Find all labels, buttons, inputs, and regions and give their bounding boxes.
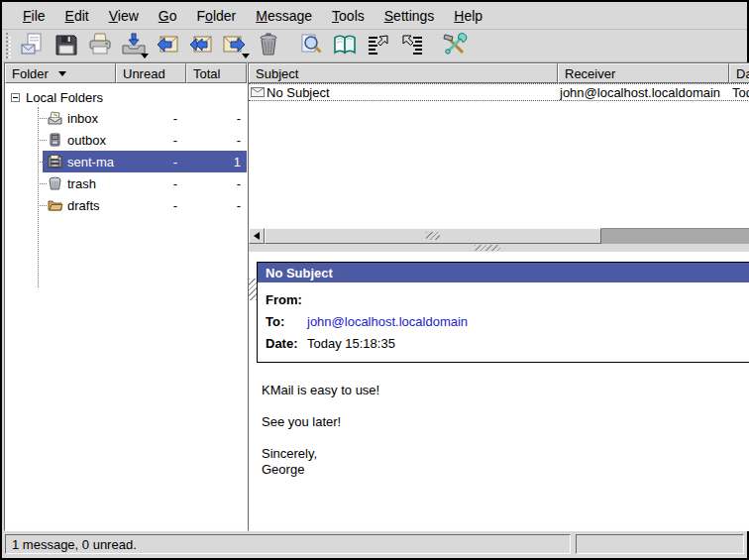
folder-row-inbox[interactable]: inbox - - xyxy=(5,107,247,129)
horizontal-splitter-grip[interactable] xyxy=(475,245,500,251)
list-arrow-up-icon xyxy=(366,32,391,60)
scroll-left-button[interactable] xyxy=(249,228,265,244)
trash-total-count: - xyxy=(183,176,241,191)
menu-tools[interactable]: Tools xyxy=(323,5,374,27)
folder-panel: Folder Unread Total Local Folders xyxy=(4,62,248,531)
sent-unread-count: - xyxy=(116,155,177,169)
inbox-icon xyxy=(47,110,63,126)
message-header-box: No Subject From: To: john@localhost.loca… xyxy=(257,262,749,363)
menu-settings[interactable]: Settings xyxy=(375,5,444,27)
scrollbar-thumb[interactable] xyxy=(265,228,601,244)
kmail-window: File Edit View Go Folder Message Tools S… xyxy=(0,0,749,560)
sent-total-count: 1 xyxy=(183,155,241,169)
message-panel: Subject Receiver Date No Subject john@lo… xyxy=(248,62,749,531)
check-mail-button[interactable] xyxy=(117,31,150,60)
trash-unread-count: - xyxy=(116,176,177,191)
list-arrow-down-icon xyxy=(399,32,425,60)
toolbar-drag-handle[interactable] xyxy=(6,33,11,58)
trash-folder-icon xyxy=(47,175,63,191)
date-label: Date: xyxy=(266,336,307,351)
menu-folder[interactable]: Folder xyxy=(188,5,246,27)
print-button[interactable] xyxy=(83,31,116,60)
drafts-unread-count: - xyxy=(116,198,177,213)
find-messages-button[interactable] xyxy=(294,31,327,60)
new-message-button[interactable] xyxy=(16,31,49,60)
menu-message[interactable]: Message xyxy=(247,5,321,27)
main-toolbar xyxy=(2,30,747,62)
delete-button[interactable] xyxy=(252,31,284,60)
collapse-expander-icon[interactable] xyxy=(11,93,20,102)
address-book-button[interactable] xyxy=(328,31,361,60)
to-address-link[interactable]: john@localhost.localdomain xyxy=(307,314,468,329)
reply-icon xyxy=(155,32,180,60)
date-row: Date: Today 15:18:35 xyxy=(266,332,749,354)
folder-column-header[interactable]: Folder xyxy=(5,63,116,83)
folder-tree: Local Folders inbox - - xyxy=(5,83,247,530)
status-secondary xyxy=(576,534,744,554)
to-row: To: john@localhost.localdomain xyxy=(266,310,749,332)
outbox-total-count: - xyxy=(183,133,241,148)
menu-file[interactable]: File xyxy=(14,5,54,27)
horizontal-splitter[interactable] xyxy=(249,244,749,252)
menu-bar: File Edit View Go Folder Message Tools S… xyxy=(2,2,747,30)
save-button[interactable] xyxy=(50,31,82,60)
save-icon xyxy=(54,32,79,60)
total-column-header[interactable]: Total xyxy=(186,63,247,83)
main-area: Folder Unread Total Local Folders xyxy=(2,62,747,531)
scroll-left-icon xyxy=(254,232,260,240)
outbox-unread-count: - xyxy=(116,133,177,148)
receiver-column-header[interactable]: Receiver xyxy=(558,63,729,83)
print-icon xyxy=(87,32,113,60)
outbox-icon xyxy=(47,132,63,148)
folder-header-row: Folder Unread Total xyxy=(5,63,247,83)
menu-help[interactable]: Help xyxy=(445,5,491,27)
from-label: From: xyxy=(266,292,307,307)
new-message-icon xyxy=(20,32,46,60)
menu-edit[interactable]: Edit xyxy=(56,5,98,27)
folder-row-sent-mail[interactable]: sent-ma - 1 xyxy=(5,151,247,172)
from-row: From: xyxy=(266,288,749,310)
status-message: 1 message, 0 unread. xyxy=(5,534,571,554)
inbox-unread-count: - xyxy=(116,111,177,126)
message-list-header-row: Subject Receiver Date xyxy=(249,63,749,83)
reply-button[interactable] xyxy=(151,31,183,60)
message-body: KMail is easy to use! See you later! Sin… xyxy=(262,383,749,478)
message-header-fields: From: To: john@localhost.localdomain Dat… xyxy=(258,282,749,362)
to-label: To: xyxy=(266,314,307,329)
reply-all-button[interactable] xyxy=(184,31,217,60)
message-title-bar: No Subject xyxy=(258,263,749,282)
folder-row-trash[interactable]: trash - - xyxy=(5,172,247,194)
message-preview-pane: No Subject From: To: john@localhost.loca… xyxy=(249,252,749,530)
folder-row-drafts[interactable]: drafts - - xyxy=(5,194,247,216)
message-list: No Subject john@localhost.localdomain To… xyxy=(249,83,749,228)
drafts-total-count: - xyxy=(183,198,241,213)
scrollbar-track[interactable] xyxy=(601,228,749,244)
find-icon xyxy=(298,32,324,60)
menu-view[interactable]: View xyxy=(100,5,148,27)
date-column-header[interactable]: Date xyxy=(729,63,749,83)
address-book-icon xyxy=(332,32,358,60)
tools-icon xyxy=(442,32,468,60)
forward-dropdown-caret[interactable] xyxy=(242,54,250,58)
forward-button[interactable] xyxy=(218,31,251,60)
inbox-total-count: - xyxy=(183,111,241,126)
next-unread-button[interactable] xyxy=(395,31,428,60)
reply-all-icon xyxy=(188,32,214,60)
check-mail-dropdown-caret[interactable] xyxy=(141,54,149,58)
status-bar: 1 message, 0 unread. xyxy=(2,531,747,558)
subject-column-header[interactable]: Subject xyxy=(249,63,558,83)
folder-row-outbox[interactable]: outbox - - xyxy=(5,129,247,151)
previous-unread-button[interactable] xyxy=(362,31,394,60)
date-value: Today 15:18:35 xyxy=(307,336,395,351)
trash-icon xyxy=(256,32,281,60)
vertical-splitter-grip[interactable] xyxy=(249,279,257,300)
folder-root-local-folders[interactable]: Local Folders xyxy=(5,87,247,107)
message-row-no-subject[interactable]: No Subject john@localhost.localdomain To… xyxy=(249,83,749,101)
sort-arrow-icon xyxy=(58,71,66,76)
unread-column-header[interactable]: Unread xyxy=(116,63,186,83)
drafts-folder-icon xyxy=(47,197,63,213)
configure-button[interactable] xyxy=(438,31,471,60)
sent-mail-icon xyxy=(47,154,63,169)
horizontal-scrollbar[interactable] xyxy=(249,228,749,244)
menu-go[interactable]: Go xyxy=(150,5,186,27)
